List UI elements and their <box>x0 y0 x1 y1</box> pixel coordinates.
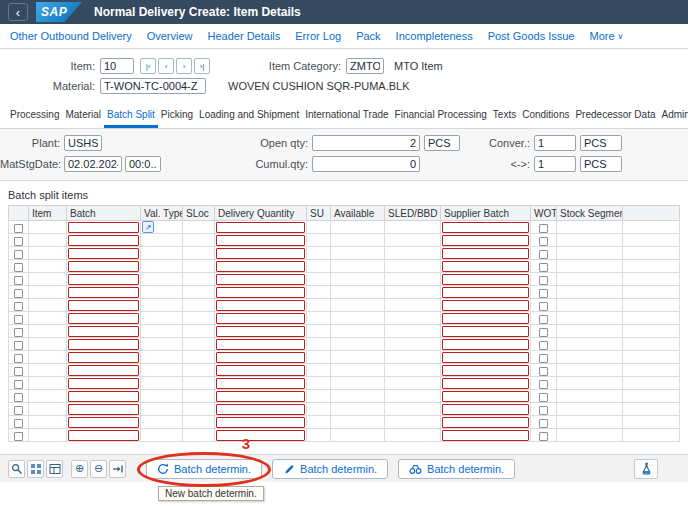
delivery-quantity-input[interactable] <box>216 287 305 298</box>
tab-texts[interactable]: Texts <box>490 103 519 128</box>
row-select-checkbox[interactable] <box>14 341 23 350</box>
tab-administration[interactable]: Administration <box>659 103 688 128</box>
delivery-quantity-input[interactable] <box>216 365 305 376</box>
supplier-batch-input[interactable] <box>442 313 529 324</box>
batch-input[interactable] <box>68 352 139 363</box>
row-select-checkbox[interactable] <box>14 289 23 298</box>
row-select-checkbox[interactable] <box>14 276 23 285</box>
tab-processing[interactable]: Processing <box>7 103 62 128</box>
wot-checkbox[interactable] <box>539 224 548 233</box>
supplier-batch-input[interactable] <box>442 391 529 402</box>
wot-checkbox[interactable] <box>539 380 548 389</box>
delivery-quantity-input[interactable] <box>216 235 305 246</box>
conver-unit-input[interactable] <box>580 135 622 151</box>
menu-link-other-outbound-delivery[interactable]: Other Outbound Delivery <box>10 30 132 42</box>
previous-item-button[interactable]: ‹ <box>158 58 174 74</box>
batch-input[interactable] <box>68 287 139 298</box>
batch-input[interactable] <box>68 430 139 441</box>
supplier-batch-input[interactable] <box>442 300 529 311</box>
row-select-checkbox[interactable] <box>14 432 23 441</box>
batch-input[interactable] <box>68 417 139 428</box>
row-select-checkbox[interactable] <box>14 302 23 311</box>
row-select-checkbox[interactable] <box>14 367 23 376</box>
batch-input[interactable] <box>68 404 139 415</box>
supplier-batch-input[interactable] <box>442 248 529 259</box>
conversion-input[interactable] <box>534 156 576 172</box>
delivery-quantity-input[interactable] <box>216 274 305 285</box>
menu-link-header-details[interactable]: Header Details <box>208 30 281 42</box>
wot-checkbox[interactable] <box>539 419 548 428</box>
wot-checkbox[interactable] <box>539 289 548 298</box>
delivery-quantity-input[interactable] <box>216 378 305 389</box>
last-item-button[interactable]: ›| <box>194 58 210 74</box>
delivery-quantity-input[interactable] <box>216 313 305 324</box>
supplier-batch-input[interactable] <box>442 365 529 376</box>
row-select-checkbox[interactable] <box>14 380 23 389</box>
row-select-checkbox[interactable] <box>14 419 23 428</box>
open-qty-unit-input[interactable] <box>424 135 460 151</box>
supplier-batch-input[interactable] <box>442 222 529 233</box>
cumul-qty-input[interactable] <box>312 156 420 172</box>
menu-link-error-log[interactable]: Error Log <box>295 30 341 42</box>
item-category-input[interactable] <box>346 58 384 74</box>
wot-checkbox[interactable] <box>539 341 548 350</box>
batch-input[interactable] <box>68 391 139 402</box>
flask-button[interactable] <box>634 459 658 479</box>
tab-material[interactable]: Material <box>62 103 104 128</box>
menu-link-post-goods-issue[interactable]: Post Goods Issue <box>488 30 575 42</box>
batch-input[interactable] <box>68 222 139 233</box>
supplier-batch-input[interactable] <box>442 352 529 363</box>
wot-checkbox[interactable] <box>539 393 548 402</box>
batch-input[interactable] <box>68 365 139 376</box>
row-select-checkbox[interactable] <box>14 354 23 363</box>
menu-link-overview[interactable]: Overview <box>147 30 193 42</box>
batch-input[interactable] <box>68 235 139 246</box>
supplier-batch-input[interactable] <box>442 404 529 415</box>
conver-input[interactable] <box>534 135 576 151</box>
wot-checkbox[interactable] <box>539 354 548 363</box>
supplier-batch-input[interactable] <box>442 339 529 350</box>
supplier-batch-input[interactable] <box>442 287 529 298</box>
matstg-time-input[interactable] <box>125 156 161 172</box>
select-block-button[interactable] <box>27 460 44 478</box>
wot-checkbox[interactable] <box>539 302 548 311</box>
delivery-quantity-input[interactable] <box>216 339 305 350</box>
row-select-checkbox[interactable] <box>14 393 23 402</box>
delivery-quantity-input[interactable] <box>216 248 305 259</box>
menu-link-pack[interactable]: Pack <box>356 30 380 42</box>
supplier-batch-input[interactable] <box>442 235 529 246</box>
tab-conditions[interactable]: Conditions <box>519 103 572 128</box>
batch-determine-edit-button[interactable]: Batch determin. <box>272 459 388 479</box>
supplier-batch-input[interactable] <box>442 274 529 285</box>
delivery-quantity-input[interactable] <box>216 261 305 272</box>
row-select-checkbox[interactable] <box>14 237 23 246</box>
f4-help-icon[interactable]: ↗ <box>142 221 154 233</box>
tab-financial-processing[interactable]: Financial Processing <box>392 103 490 128</box>
wot-checkbox[interactable] <box>539 432 548 441</box>
batch-input[interactable] <box>68 326 139 337</box>
delivery-quantity-input[interactable] <box>216 417 305 428</box>
supplier-batch-input[interactable] <box>442 417 529 428</box>
delivery-quantity-input[interactable] <box>216 300 305 311</box>
layout-button[interactable] <box>46 460 63 478</box>
row-select-checkbox[interactable] <box>14 328 23 337</box>
batch-input[interactable] <box>68 339 139 350</box>
wot-checkbox[interactable] <box>539 237 548 246</box>
supplier-batch-input[interactable] <box>442 378 529 389</box>
tab-batch-split[interactable]: Batch Split <box>104 103 158 128</box>
wot-checkbox[interactable] <box>539 315 548 324</box>
tab-loading-and-shipment[interactable]: Loading and Shipment <box>196 103 302 128</box>
tab-international-trade[interactable]: International Trade <box>302 103 391 128</box>
delivery-quantity-input[interactable] <box>216 326 305 337</box>
delete-row-button[interactable]: ⊖ <box>90 460 107 478</box>
batch-determine-new-button[interactable]: Batch determin. <box>146 459 262 479</box>
batch-input[interactable] <box>68 261 139 272</box>
position-button[interactable] <box>109 460 126 478</box>
wot-checkbox[interactable] <box>539 328 548 337</box>
batch-input[interactable] <box>68 313 139 324</box>
find-button[interactable] <box>8 460 25 478</box>
supplier-batch-input[interactable] <box>442 261 529 272</box>
row-select-checkbox[interactable] <box>14 315 23 324</box>
wot-checkbox[interactable] <box>539 406 548 415</box>
supplier-batch-input[interactable] <box>442 326 529 337</box>
